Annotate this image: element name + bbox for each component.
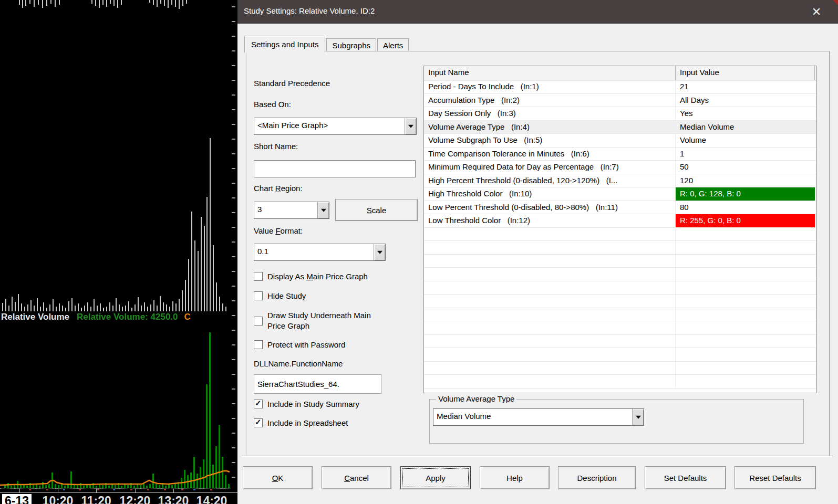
average-line bbox=[0, 0, 237, 504]
scale-tick bbox=[232, 447, 235, 448]
scale-tick bbox=[232, 330, 235, 331]
table-row[interactable]: Minimum Required Data for Day as Percent… bbox=[424, 161, 816, 174]
time-axis-tick bbox=[58, 489, 58, 492]
cell-input-name: Minimum Required Data for Day as Percent… bbox=[424, 161, 676, 174]
time-axis-label: 11:20 bbox=[81, 494, 111, 504]
short-name-input[interactable] bbox=[254, 160, 416, 177]
tab-subgraphs[interactable]: Subgraphs bbox=[326, 38, 376, 52]
checkbox-label: Hide Study bbox=[267, 291, 306, 300]
time-axis-tick bbox=[212, 489, 212, 492]
table-row-empty[interactable] bbox=[424, 321, 816, 335]
table-row[interactable]: Low Percent Threshold (0-disabled, 80->8… bbox=[424, 201, 816, 215]
table-row[interactable]: Low Threshold Color (In:12)R: 255, G: 0,… bbox=[424, 214, 816, 228]
checkbox-include-in-spreadsheet[interactable]: Include in Spreadsheet bbox=[254, 418, 348, 427]
checkbox-label: Display As Main Price Graph bbox=[267, 272, 368, 281]
description-button[interactable]: Description bbox=[558, 466, 636, 489]
chevron-down-icon[interactable] bbox=[317, 202, 329, 218]
table-row[interactable]: Time Comparison Tolerance in Minutes (In… bbox=[424, 148, 816, 161]
table-row[interactable]: High Threshold Color (In:10)R: 0, G: 128… bbox=[424, 187, 816, 201]
checkbox-box[interactable] bbox=[254, 272, 263, 281]
table-row-empty[interactable] bbox=[424, 295, 816, 308]
set-defaults-button[interactable]: Set Defaults bbox=[645, 466, 726, 489]
dialog-title: Study Settings: Relative Volume. ID:2 bbox=[244, 6, 375, 15]
column-header-input-value[interactable]: Input Value bbox=[676, 66, 815, 80]
study-settings-dialog: Study Settings: Relative Volume. ID:2 ✕ … bbox=[237, 0, 838, 504]
checkbox-box[interactable] bbox=[254, 340, 263, 349]
cell-input-name: High Threshold Color (In:10) bbox=[424, 187, 676, 201]
table-row[interactable]: Accumulation Type (In:2)All Days bbox=[424, 94, 816, 108]
checkbox-display-as-main-price-graph[interactable]: Display As Main Price Graph bbox=[254, 272, 368, 281]
scale-tick bbox=[232, 227, 235, 228]
standard-precedence-label: Standard Precedence bbox=[254, 79, 330, 88]
based-on-dropdown[interactable]: <Main Price Graph> bbox=[254, 118, 417, 135]
cancel-button[interactable]: Cancel bbox=[322, 466, 391, 489]
chevron-down-icon[interactable] bbox=[405, 118, 416, 134]
cell-input-value: 1 bbox=[676, 148, 815, 161]
checkbox-box[interactable] bbox=[254, 317, 263, 326]
dll-function-name-input[interactable] bbox=[254, 374, 381, 394]
table-row[interactable]: Period - Days To Include (In:1)21 bbox=[424, 80, 816, 94]
cell-input-name: Volume Subgraph To Use (In:5) bbox=[424, 134, 676, 147]
short-name-label: Short Name: bbox=[254, 142, 298, 151]
checkbox-box[interactable] bbox=[254, 418, 263, 427]
chevron-down-icon[interactable] bbox=[632, 409, 644, 425]
scale-tick bbox=[232, 242, 235, 243]
checkbox-draw-study-underneath[interactable]: Draw Study Underneath Main Price Graph bbox=[254, 310, 386, 332]
table-row-empty[interactable] bbox=[424, 362, 816, 375]
table-row-empty[interactable] bbox=[424, 375, 816, 388]
table-row[interactable]: Day Session Only (In:3)Yes bbox=[424, 107, 816, 121]
checkbox-box[interactable] bbox=[254, 291, 263, 300]
table-row[interactable]: High Percent Threshold (0-disabled, 120-… bbox=[424, 174, 816, 188]
scale-tick bbox=[232, 300, 235, 301]
checkbox-protect-with-password[interactable]: Protect with Password bbox=[254, 340, 345, 349]
scale-button[interactable]: Scale bbox=[335, 199, 418, 221]
scale-tick bbox=[232, 315, 235, 316]
cell-input-name: Accumulation Type (In:2) bbox=[424, 94, 676, 107]
help-button[interactable]: Help bbox=[480, 466, 550, 489]
table-row[interactable]: Volume Subgraph To Use (In:5)Volume bbox=[424, 134, 816, 148]
table-row-empty[interactable] bbox=[424, 268, 816, 281]
baseline-mark bbox=[79, 489, 81, 490]
table-row-empty[interactable] bbox=[424, 308, 816, 322]
reset-defaults-button[interactable]: Reset Defaults bbox=[734, 466, 816, 489]
table-row[interactable]: Volume Average Type (In:4)Median Volume bbox=[424, 121, 816, 134]
chart-region-dropdown[interactable]: 3 bbox=[254, 202, 329, 219]
inputs-table-header[interactable]: Input Name Input Value bbox=[424, 66, 816, 80]
tab-settings-and-inputs[interactable]: Settings and Inputs bbox=[244, 36, 325, 52]
checkbox-hide-study[interactable]: Hide Study bbox=[254, 291, 306, 300]
checkbox-box[interactable] bbox=[254, 400, 263, 408]
cell-input-value: Volume bbox=[676, 134, 815, 147]
time-axis-tick bbox=[19, 489, 20, 492]
baseline-mark bbox=[113, 489, 115, 490]
scale-tick bbox=[232, 36, 235, 37]
cell-input-value: All Days bbox=[676, 94, 815, 107]
cell-input-value: R: 0, G: 128, B: 0 bbox=[676, 187, 815, 201]
table-row-empty[interactable] bbox=[424, 335, 816, 349]
volume-average-type-dropdown[interactable]: Median Volume bbox=[433, 408, 644, 426]
cell-input-value: Yes bbox=[676, 107, 815, 120]
zero-baseline bbox=[0, 488, 231, 489]
scale-tick bbox=[232, 168, 235, 169]
cell-input-name: Volume Average Type (In:4) bbox=[424, 121, 676, 134]
table-row-empty[interactable] bbox=[424, 281, 816, 295]
chevron-down-icon[interactable] bbox=[374, 244, 385, 260]
column-header-input-name[interactable]: Input Name bbox=[424, 66, 676, 80]
apply-button[interactable]: Apply bbox=[400, 466, 471, 489]
ok-button[interactable]: OK bbox=[243, 466, 313, 489]
scale-tick bbox=[232, 109, 235, 110]
table-row-empty[interactable] bbox=[424, 241, 816, 255]
checkbox-label: Include in Study Summary bbox=[267, 400, 359, 408]
scale-tick bbox=[232, 153, 235, 154]
table-row-empty[interactable] bbox=[424, 255, 816, 268]
scale-tick bbox=[232, 462, 235, 463]
based-on-value: <Main Price Graph> bbox=[254, 118, 405, 134]
scale-tick bbox=[232, 359, 235, 360]
close-icon[interactable]: ✕ bbox=[805, 3, 828, 21]
value-format-dropdown[interactable]: 0.1 bbox=[254, 244, 386, 261]
table-row-empty[interactable] bbox=[424, 228, 816, 242]
tab-alerts[interactable]: Alerts bbox=[377, 38, 409, 52]
table-row-empty[interactable] bbox=[424, 348, 816, 362]
checkbox-include-in-study-summary[interactable]: Include in Study Summary bbox=[254, 400, 359, 408]
cell-input-value: 50 bbox=[676, 161, 815, 174]
dialog-title-bar[interactable]: Study Settings: Relative Volume. ID:2 ✕ bbox=[237, 0, 838, 24]
